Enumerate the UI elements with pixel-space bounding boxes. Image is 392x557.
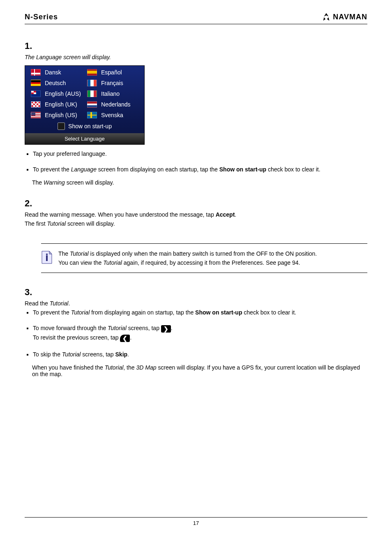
lang-espanol[interactable]: Español bbox=[87, 69, 138, 76]
step-3-bullet-2: To move forward through the Tutorial scr… bbox=[33, 325, 367, 342]
step-3-result: When you have finished the Tutorial, the… bbox=[32, 364, 367, 377]
forward-arrow-icon: ❯ bbox=[161, 325, 171, 333]
page-header: N-Series NAVMAN bbox=[25, 12, 367, 24]
flag-uk-icon bbox=[31, 101, 41, 108]
step-3-bullet-1: To prevent the Tutorial from displaying … bbox=[33, 309, 367, 316]
step-2: 2. Read the warning message. When you ha… bbox=[25, 198, 367, 227]
flag-nl-icon bbox=[87, 101, 97, 108]
step-3: 3. Read the Tutorial. To prevent the Tut… bbox=[25, 287, 367, 377]
step-1: 1. The Language screen will display. Dan… bbox=[25, 41, 367, 186]
lang-italiano[interactable]: Italiano bbox=[87, 90, 138, 97]
brand-name: NAVMAN bbox=[333, 13, 367, 21]
step-1-bullet-1: Tap your preferred language. bbox=[33, 150, 367, 157]
step-3-intro: Read the Tutorial. bbox=[25, 300, 367, 307]
lang-english-us[interactable]: English (US) bbox=[31, 112, 82, 118]
step-1-bullet-2: To prevent the Language screen from disp… bbox=[33, 166, 367, 173]
lang-english-uk[interactable]: English (UK) bbox=[31, 101, 82, 108]
flag-dk-icon bbox=[31, 69, 41, 76]
page-footer: 17 bbox=[25, 517, 367, 526]
flag-us-icon bbox=[31, 112, 41, 118]
tip-note-icon bbox=[41, 250, 53, 264]
svg-rect-1 bbox=[46, 254, 48, 255]
flag-au-icon bbox=[31, 90, 41, 97]
lang-svenska[interactable]: Svenska bbox=[87, 112, 138, 118]
lang-deutsch[interactable]: Deutsch bbox=[31, 80, 82, 86]
flag-fr-icon bbox=[87, 80, 97, 86]
header-series: N-Series bbox=[25, 13, 58, 21]
svg-rect-0 bbox=[46, 255, 48, 261]
flag-es-icon bbox=[87, 69, 97, 76]
step-1-bullets: Tap your preferred language. To prevent … bbox=[25, 150, 367, 173]
step-2-number: 2. bbox=[25, 198, 367, 209]
step-1-number: 1. bbox=[25, 41, 367, 51]
tip-line-2: You can view the Tutorial again, if requ… bbox=[58, 259, 367, 266]
step-3-number: 3. bbox=[25, 287, 367, 298]
tip-callout: The Tutorial is displayed only when the … bbox=[41, 243, 367, 273]
back-arrow-icon: ❮ bbox=[120, 335, 130, 342]
header-brand: NAVMAN bbox=[322, 12, 367, 21]
step-1-result: The Warning screen will display. bbox=[32, 179, 367, 186]
select-language-bar: Select Language bbox=[25, 133, 144, 144]
step-1-title: The Language screen will display. bbox=[25, 54, 367, 60]
step-3-bullets: To prevent the Tutorial from displaying … bbox=[25, 309, 367, 358]
lang-english-aus[interactable]: English (AUS) bbox=[31, 90, 82, 97]
lang-nederlands[interactable]: Nederlands bbox=[87, 101, 138, 108]
lang-francais[interactable]: Français bbox=[87, 80, 138, 86]
show-on-startup[interactable]: Show on start-up bbox=[25, 120, 144, 133]
step-3-bullet-3: To skip the Tutorial screens, tap Skip. bbox=[33, 351, 367, 358]
flag-it-icon bbox=[87, 90, 97, 97]
page-number: 17 bbox=[193, 520, 199, 526]
brand-logo-icon bbox=[322, 12, 331, 21]
lang-dansk[interactable]: Dansk bbox=[31, 69, 82, 76]
flag-de-icon bbox=[31, 80, 41, 86]
flag-se-icon bbox=[87, 112, 97, 118]
tip-line-1: The Tutorial is displayed only when the … bbox=[58, 250, 367, 257]
checkbox-icon bbox=[58, 122, 65, 130]
language-panel: Dansk Español Deutsch Français English (… bbox=[25, 65, 145, 145]
step-2-body: Read the warning message. When you have … bbox=[25, 211, 367, 227]
